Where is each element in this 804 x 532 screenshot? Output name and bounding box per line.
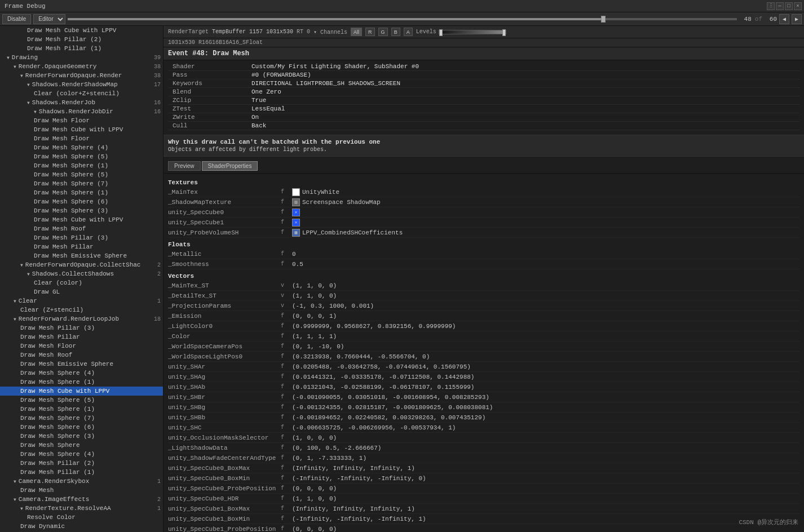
tree-item[interactable]: Draw Mesh Emissive Sphere <box>0 360 163 369</box>
prev-frame-button[interactable]: ◀ <box>779 14 789 24</box>
tree-item[interactable]: Draw Mesh <box>0 486 163 495</box>
toolbar: Disable Editor 48 of 60 ◀ ▶ <box>0 12 804 26</box>
menu-icon[interactable]: ⋮ <box>767 2 775 10</box>
tree-item[interactable]: Draw Mesh Cube with LPPV <box>0 215 163 224</box>
tree-item-text: Draw Mesh Pillar <box>20 334 80 340</box>
tree-item-label: Draw Mesh Emissive Sphere <box>20 361 113 367</box>
warning-box: Why this draw call can't be batched with… <box>164 135 804 157</box>
levels-track[interactable] <box>439 30 506 34</box>
tree-item[interactable]: Draw Mesh Sphere <box>0 441 163 450</box>
tree-item[interactable]: Draw Mesh Cube with LPPV <box>0 387 163 396</box>
vector-row: unity_SHAr f (0.0205488, -0.03642758, -0… <box>168 362 799 372</box>
sp-type: f <box>281 445 292 451</box>
tree-item[interactable]: Draw Mesh Cube with LPPV <box>0 125 163 134</box>
tree-item-text: Draw Mesh Roof <box>20 352 72 358</box>
tree-item[interactable]: Draw Mesh Sphere (5) <box>0 170 163 179</box>
tree-item[interactable]: Draw Mesh Sphere (6) <box>0 423 163 432</box>
tree-item[interactable]: RenderForwardOpaque.Render38 <box>0 71 163 80</box>
tree-item[interactable]: Draw Mesh Sphere (4) <box>0 450 163 459</box>
property-row: ShaderCustom/My First Lighting Shader, S… <box>168 63 799 71</box>
tree-item-label: Draw Mesh Cube with LPPV <box>34 216 123 223</box>
sp-name: _LightColor0 <box>168 322 281 330</box>
tree-item[interactable]: Draw Mesh Pillar (3) <box>0 233 163 242</box>
tree-item[interactable]: Clear (Z+stencil) <box>0 305 163 314</box>
tree-item[interactable]: Draw Mesh Floor <box>0 342 163 351</box>
tab-preview[interactable]: Preview <box>168 161 201 171</box>
tree-item-label: Draw Mesh Sphere (4) <box>34 144 108 151</box>
tree-item[interactable]: Draw Mesh Emissive Sphere <box>0 251 163 260</box>
tree-item[interactable]: Camera.RenderSkybox1 <box>0 477 163 486</box>
tree-item[interactable]: Draw Dynamic <box>0 522 163 531</box>
tree-item[interactable]: Draw Mesh Floor <box>0 134 163 143</box>
tree-item[interactable]: Resolve Color <box>0 513 163 522</box>
tree-item[interactable]: Draw Mesh Sphere (7) <box>0 179 163 188</box>
tree-item[interactable]: Draw Mesh Pillar <box>0 333 163 342</box>
editor-select[interactable]: Editor <box>33 14 65 24</box>
tree-item-label: Draw Mesh <box>20 487 54 494</box>
sp-name: _ShadowMapTexture <box>168 198 281 206</box>
frame-slider[interactable] <box>68 18 736 20</box>
tree-item[interactable]: Draw Mesh Pillar (2) <box>0 459 163 468</box>
channel-b[interactable]: B <box>391 28 400 36</box>
channel-a[interactable]: A <box>404 28 413 36</box>
vector-row: _WorldSpaceLightPos0 f (0.3213938, 0.766… <box>168 352 799 362</box>
tree-item[interactable]: Draw Mesh Pillar (1) <box>0 44 163 53</box>
tree-item[interactable]: Shadows.CollectShadows2 <box>0 269 163 278</box>
next-frame-button[interactable]: ▶ <box>792 14 802 24</box>
tree-item[interactable]: Draw Mesh Sphere (5) <box>0 152 163 161</box>
tree-item[interactable]: Render.OpaqueGeometry38 <box>0 62 163 71</box>
tree-item[interactable]: Drawing39 <box>0 53 163 62</box>
tree-item[interactable]: Draw Mesh Sphere (4) <box>0 143 163 152</box>
tree-item[interactable]: Draw Mesh Sphere (4) <box>0 369 163 378</box>
tree-item[interactable]: RenderTexture.ResolveAA1 <box>0 504 163 513</box>
sp-name: unity_SHC <box>168 424 281 432</box>
tree-item[interactable]: Clear (color) <box>0 278 163 287</box>
tree-item[interactable]: Draw Mesh Floor <box>0 116 163 125</box>
tree-item[interactable]: Clear1 <box>0 296 163 305</box>
sp-type: f <box>281 455 292 461</box>
tree-item[interactable]: Draw Mesh Sphere (3) <box>0 206 163 215</box>
tree-item[interactable]: Draw Mesh Sphere (1) <box>0 188 163 197</box>
tree-item[interactable]: Draw Mesh Sphere (7) <box>0 414 163 423</box>
tree-item[interactable]: Shadows.RenderJob16 <box>0 98 163 107</box>
tree-item-text: Draw Mesh Cube with LPPV <box>27 27 116 34</box>
properties-section: ShaderCustom/My First Lighting Shader, S… <box>164 60 804 132</box>
sp-name: unity_SpecCube1_BoxMin <box>168 515 281 523</box>
disable-button[interactable]: Disable <box>2 14 31 24</box>
tree-item[interactable]: Shadows.RenderJobDir16 <box>0 107 163 116</box>
channel-r[interactable]: R <box>365 28 375 36</box>
tree-item[interactable]: Draw Mesh Pillar (2) <box>0 35 163 44</box>
tree-item[interactable]: RenderForwardOpaque.CollectShac2 <box>0 260 163 269</box>
tree-item[interactable]: Draw Mesh Sphere (1) <box>0 405 163 414</box>
sp-type: f <box>281 363 292 370</box>
tree-item[interactable]: Clear (color+Z+stencil) <box>0 89 163 98</box>
tree-item[interactable]: Draw Mesh Pillar (1) <box>0 468 163 477</box>
tree-item-text: Draw Mesh Sphere (4) <box>34 144 108 151</box>
tree-item[interactable]: Draw GL <box>0 287 163 296</box>
tree-item[interactable]: Draw Mesh Roof <box>0 224 163 233</box>
tree-item[interactable]: Draw Mesh Sphere (5) <box>0 396 163 405</box>
channel-g[interactable]: G <box>378 28 388 36</box>
tree-item[interactable]: Draw Mesh Sphere (1) <box>0 161 163 170</box>
close-button[interactable]: × <box>794 2 802 10</box>
tree-item[interactable]: RenderForward.RenderLoopJob18 <box>0 314 163 323</box>
tree-item[interactable]: Draw Mesh Roof <box>0 351 163 360</box>
sp-value: 0 <box>292 251 296 258</box>
tree-item[interactable]: Shadows.RenderShadowMap17 <box>0 80 163 89</box>
tree-item-label: Drawing <box>7 54 38 61</box>
tree-item[interactable]: Draw Mesh Sphere (6) <box>0 197 163 206</box>
tree-item[interactable]: Draw Mesh Pillar (3) <box>0 323 163 333</box>
channel-all[interactable]: All <box>351 28 362 36</box>
tree-item[interactable]: Draw Mesh Cube with LPPV <box>0 26 163 35</box>
sp-value: (0, 0, 0, 1) <box>292 313 337 320</box>
tree-item[interactable]: Camera.ImageEffects2 <box>0 495 163 504</box>
tab-shader-properties[interactable]: ShaderProperties <box>202 161 258 171</box>
sp-value: (0.3213938, 0.7660444, -0.5566704, 0) <box>292 353 430 360</box>
tree-item[interactable]: Draw Mesh Sphere (3) <box>0 432 163 441</box>
minimize-button[interactable]: — <box>776 2 784 10</box>
tree-item[interactable]: Draw Mesh Pillar <box>0 242 163 251</box>
tree-item[interactable]: Draw Mesh Sphere (1) <box>0 378 163 387</box>
maximize-button[interactable]: □ <box>785 2 793 10</box>
tree-item-label: Clear (color+Z+stencil) <box>34 90 120 97</box>
sp-name: _WorldSpaceLightPos0 <box>168 353 281 361</box>
